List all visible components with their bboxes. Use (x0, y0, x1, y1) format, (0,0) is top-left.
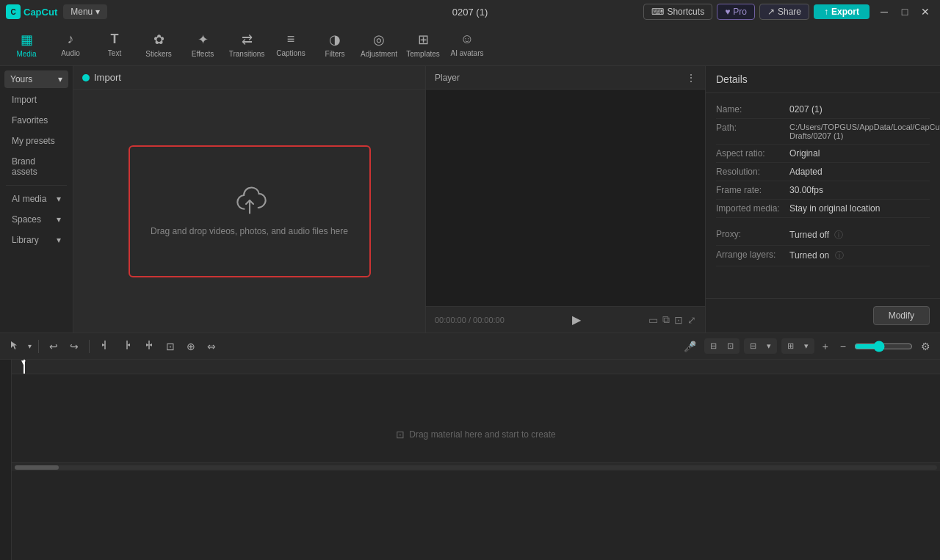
horizontal-scrollbar[interactable] (12, 462, 940, 471)
shortcuts-button[interactable]: ⌨ Shortcuts (643, 4, 712, 20)
detail-value-imported: Stay in original location (789, 203, 930, 214)
maximize-button[interactable]: □ (896, 3, 914, 21)
toolbar-effects[interactable]: ✦ Effects (182, 26, 223, 63)
modify-button[interactable]: Modify (873, 306, 930, 325)
yours-arrow-icon: ▾ (58, 74, 62, 84)
split-right-button[interactable] (118, 338, 136, 354)
media-panel-header: Import (73, 66, 425, 90)
toolbar-captions[interactable]: ≡ Captions (270, 26, 311, 63)
drag-hint-text: Drag material here and start to create (409, 429, 555, 440)
stabilize-button[interactable]: ⊕ (183, 338, 199, 354)
titlebar: C CapCut Menu ▾ 0207 (1) ⌨ Shortcuts ♥ P… (0, 0, 940, 23)
timeline-toolbar: ▾ ↩ ↪ ⊡ ⊕ ⇔ 🎤 (0, 333, 940, 360)
yours-button[interactable]: Yours ▾ (4, 70, 68, 88)
timeline-tracks: ⊡ Drag material here and start to create (12, 360, 940, 560)
detail-label-arrange: Arrange layers: (716, 250, 789, 260)
toolbar-templates[interactable]: ⊞ Templates (402, 26, 444, 63)
details-content: Name: 0207 (1) Path: C:/Users/TOPGUS/App… (706, 93, 940, 298)
toolbar-ai-avatars[interactable]: ☺ AI avatars (446, 26, 488, 63)
undo-button[interactable]: ↩ (46, 338, 62, 354)
playhead[interactable] (24, 360, 25, 374)
detail-value-proxy: Turned off ⓘ (789, 229, 930, 241)
media-panel: Import Drag and drop videos, photos, and… (73, 66, 426, 332)
minimize-button[interactable]: ─ (875, 3, 893, 21)
close-button[interactable]: ✕ (916, 3, 934, 21)
adjustment-label: Adjustment (361, 50, 397, 58)
player-view-controls: ▭ ⧉ ⊡ ⤢ (648, 313, 696, 326)
detail-row-proxy: Proxy: Turned off ⓘ (716, 225, 930, 246)
track-type-buttons: ⊟ ⊡ (704, 338, 740, 354)
upload-hint-text: Drag and drop videos, photos, and audio … (151, 226, 348, 236)
aspect-ratio-button[interactable]: ▭ (648, 313, 658, 326)
share-label: Share (778, 7, 801, 17)
detail-label-framerate: Frame rate: (716, 185, 789, 195)
sidebar-item-library[interactable]: Library ▾ (3, 230, 70, 250)
detail-row-resolution: Resolution: Adapted (716, 163, 930, 181)
fit-button[interactable]: ⊡ (674, 313, 683, 326)
layout-buttons: ⊟ ▾ (744, 338, 777, 354)
filters-icon: ◑ (329, 32, 341, 48)
filters-label: Filters (325, 50, 344, 58)
detail-value-resolution: Adapted (789, 167, 930, 177)
player-menu-button[interactable]: ⋮ (686, 72, 696, 84)
view-btn-1[interactable]: ⊞ (783, 340, 798, 352)
toolbar-adjustment[interactable]: ◎ Adjustment (358, 26, 400, 63)
detail-value-name: 0207 (1) (789, 104, 930, 114)
toolbar-separator-1 (38, 340, 39, 353)
heart-icon: ♥ (725, 7, 730, 17)
fullscreen-button[interactable]: ⤢ (687, 313, 696, 326)
toolbar-text[interactable]: T Text (94, 26, 135, 63)
toolbar-audio[interactable]: ♪ Audio (50, 26, 91, 63)
toolbar-media[interactable]: ▦ Media (6, 26, 47, 63)
share-button[interactable]: ↗ Share (759, 4, 809, 20)
player-timecode: 00:00:00 / 00:00:00 (435, 316, 505, 324)
track-btn-1[interactable]: ⊟ (706, 340, 721, 352)
track-btn-2[interactable]: ⊡ (723, 340, 738, 352)
timeline-settings-button[interactable]: ⚙ (917, 338, 934, 354)
redo-button[interactable]: ↪ (66, 338, 82, 354)
split-left-button[interactable] (96, 338, 114, 354)
play-button[interactable]: ▶ (572, 313, 581, 327)
mic-button[interactable]: 🎤 (680, 338, 700, 354)
toolbar-filters[interactable]: ◑ Filters (314, 26, 355, 63)
ai-avatars-label: AI avatars (450, 49, 483, 57)
split-all-button[interactable] (140, 338, 158, 354)
pro-button[interactable]: ♥ Pro (717, 4, 755, 20)
scroll-thumb[interactable] (15, 465, 59, 470)
track-area[interactable]: ⊡ Drag material here and start to create (12, 374, 940, 462)
arrange-info-icon[interactable]: ⓘ (835, 250, 844, 261)
zoom-out-button[interactable]: − (836, 338, 850, 354)
pip-button[interactable]: ⧉ (662, 313, 670, 326)
import-dot (82, 74, 90, 81)
media-label: Media (16, 50, 36, 58)
ai-avatars-icon: ☺ (460, 32, 474, 47)
sidebar-item-import[interactable]: Import (3, 90, 70, 109)
proxy-info-icon[interactable]: ⓘ (834, 230, 843, 240)
export-button[interactable]: ↑ Export (814, 4, 870, 19)
transitions-icon: ⇄ (242, 32, 253, 48)
sidebar-item-brand[interactable]: Brand assets (3, 152, 70, 181)
sidebar-item-spaces[interactable]: Spaces ▾ (3, 210, 70, 229)
select-tool-button[interactable] (6, 338, 24, 354)
expand-button[interactable]: ⇔ (203, 338, 220, 354)
window-controls: ─ □ ✕ (875, 3, 934, 21)
toolbar-transitions[interactable]: ⇄ Transitions (226, 26, 267, 63)
timeline-right-controls: 🎤 ⊟ ⊡ ⊟ ▾ ⊞ ▾ + − ⚙ (680, 338, 934, 354)
zoom-in-button[interactable]: + (819, 338, 832, 354)
scroll-track (15, 465, 937, 470)
menu-button[interactable]: Menu ▾ (63, 4, 107, 19)
zoom-slider[interactable] (854, 341, 913, 352)
toolbar-stickers[interactable]: ✿ Stickers (138, 26, 179, 63)
yours-label: Yours (10, 74, 32, 84)
layout-arrow-icon: ▾ (762, 340, 776, 352)
detail-label-path: Path: (716, 123, 789, 133)
upload-dropzone[interactable]: Drag and drop videos, photos, and audio … (129, 145, 371, 277)
sidebar-item-ai-media[interactable]: AI media ▾ (3, 189, 70, 208)
sidebar-item-favorites[interactable]: Favorites (3, 111, 70, 130)
player-header: Player ⋮ (426, 66, 705, 90)
drag-hint: ⊡ Drag material here and start to create (396, 429, 555, 440)
sidebar-item-presets[interactable]: My presets (3, 131, 70, 150)
layout-btn-1[interactable]: ⊟ (745, 340, 761, 352)
audio-label: Audio (61, 49, 80, 57)
crop-button[interactable]: ⊡ (162, 338, 178, 354)
